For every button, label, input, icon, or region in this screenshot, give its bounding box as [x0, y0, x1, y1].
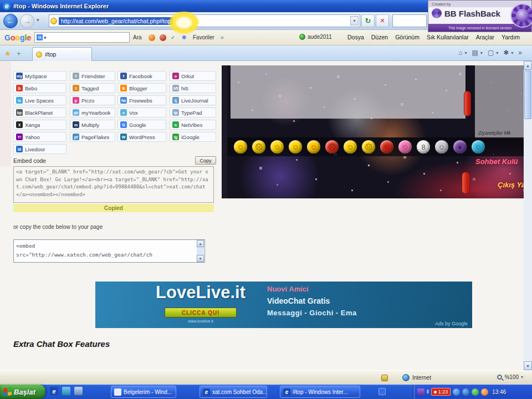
home-dropdown-icon[interactable]: ▾ — [465, 50, 467, 55]
embed-code-textarea[interactable]: <a target="_BLANK" href="http://xat.com/… — [13, 166, 214, 203]
scrollbar-down-icon[interactable]: ▼ — [524, 361, 532, 370]
zoom-control[interactable]: %100 ▾ — [497, 374, 523, 380]
smiley-icon[interactable]: ☺ — [472, 140, 485, 154]
smiley-icon[interactable]: ☺ — [398, 140, 412, 154]
social-item-myspace[interactable]: myMySpace — [13, 71, 66, 81]
copy-button[interactable]: Copy — [195, 156, 216, 165]
stop-button[interactable]: ✕ — [376, 14, 389, 27]
messenger-tray-icon[interactable] — [462, 388, 469, 396]
menu-tools[interactable]: Araçlar — [476, 34, 494, 40]
photos-icon[interactable]: ✽ — [182, 34, 186, 40]
social-item-google[interactable]: GGoogle — [117, 120, 166, 130]
chat-scroll-thumb[interactable] — [464, 91, 471, 116]
social-item-netvibes[interactable]: nNetVibes — [170, 120, 216, 130]
language-indicator-icon[interactable] — [378, 388, 386, 395]
ads-by-google-label[interactable]: Ads by Google — [435, 321, 468, 326]
textarea-scrollbar[interactable]: ▲ ▼ — [197, 240, 204, 262]
spellcheck-icon[interactable]: ✓ — [171, 34, 175, 40]
page-icon[interactable]: ▢ — [488, 49, 494, 57]
taskbar-clock[interactable]: 13:46 — [492, 389, 506, 395]
address-bar[interactable]: http://xat.com/web_gear/chat/chat.php#to… — [49, 14, 360, 27]
update-tray-icon[interactable] — [481, 388, 488, 396]
social-item-livejournal[interactable]: ljLiveJournal — [170, 95, 216, 105]
task-button-1[interactable]: Belgelerim - Wind... — [111, 386, 176, 398]
smiley-icon[interactable]: ☺ — [435, 140, 448, 154]
command-overflow-icon[interactable]: » — [518, 49, 522, 57]
menu-help[interactable]: Yardım — [502, 34, 520, 40]
smiley-icon[interactable]: ☺ — [380, 140, 393, 154]
tab-top[interactable]: #top — [32, 47, 92, 61]
status-tray-icon[interactable] — [472, 388, 479, 396]
home-icon[interactable]: ⌂ — [458, 49, 462, 57]
history-dropdown-icon[interactable]: ▾ — [37, 17, 39, 23]
pagerank-icon[interactable] — [149, 34, 155, 41]
recording-indicator[interactable]: 1:23 — [431, 388, 451, 396]
social-item-tagged[interactable]: tTagged — [70, 83, 115, 93]
menu-file[interactable]: Dosya — [347, 34, 364, 40]
social-item-hi5[interactable]: h5hi5 — [170, 83, 216, 93]
search-input[interactable] — [392, 14, 427, 27]
social-item-pageflakes[interactable]: pfPageFlakes — [70, 132, 115, 142]
task-button-2[interactable]: e xat.com Sohbet Oda... — [200, 386, 267, 398]
tools-icon[interactable]: ✱ — [503, 49, 509, 57]
embed-code-textarea-2[interactable]: <embed src="http://www.xatech.com/web_ge… — [13, 239, 205, 263]
quick-desktop-icon[interactable] — [62, 387, 70, 395]
menu-edit[interactable]: Düzen — [371, 34, 388, 40]
menu-favorites[interactable]: Sık Kullanılanlar — [427, 34, 469, 40]
social-item-yahoo[interactable]: Y!Yahoo — [13, 132, 66, 142]
chat-scroll-thumb-2[interactable] — [462, 172, 470, 194]
scroll-up-icon[interactable]: ▲ — [197, 240, 204, 247]
quick-app-icon[interactable] — [74, 387, 83, 395]
smiley-icon[interactable]: ♦ — [453, 140, 467, 154]
scrollbar-up-icon[interactable]: ▲ — [524, 61, 532, 70]
network-tray-icon[interactable] — [453, 388, 460, 396]
smiley-icon[interactable]: ☹ — [325, 140, 339, 154]
ad-banner[interactable]: LoveLive.it CLICCA QUI www.lovelive.it N… — [95, 282, 472, 328]
task-button-3[interactable]: e #top - Windows Inter... — [280, 386, 360, 398]
social-item-blogger[interactable]: BBlogger — [117, 83, 166, 93]
sitewiki-icon[interactable] — [160, 34, 166, 41]
social-item-friendster[interactable]: fFriendster — [70, 71, 115, 81]
social-item-vox[interactable]: vVox — [117, 108, 166, 117]
address-text-selected[interactable]: http://xat.com/web_gear/chat/chat.php#to… — [59, 17, 173, 25]
smiley-icon[interactable]: ☺ — [270, 140, 284, 154]
address-dropdown-icon[interactable]: ▾ — [350, 16, 359, 25]
google-search-button[interactable]: Ara — [133, 34, 142, 40]
print-icon[interactable]: ▤ — [472, 49, 478, 57]
quick-ie-icon[interactable]: e — [50, 387, 58, 395]
social-item-myyearbook[interactable]: ybmyYearbook — [70, 108, 115, 117]
social-item-livedoor[interactable]: ldLivedoor — [13, 144, 66, 154]
favorites-menu[interactable]: Favoriler — [193, 34, 214, 40]
menu-view[interactable]: Görünüm — [395, 34, 420, 40]
smiley-icon[interactable]: ☺ — [234, 140, 247, 154]
social-item-piczo[interactable]: pPiczo — [70, 95, 115, 105]
social-item-orkut[interactable]: oOrkut — [170, 71, 216, 81]
smiley-icon[interactable]: ☹ — [362, 140, 375, 154]
social-item-wordpress[interactable]: WWordPress — [117, 132, 166, 142]
tools-dropdown-icon[interactable]: ▾ — [511, 50, 513, 55]
google-search-dropdown-icon[interactable]: ▾ — [44, 35, 47, 40]
smiley-icon[interactable]: 8 — [417, 140, 430, 154]
back-button[interactable]: ← — [3, 14, 18, 28]
ad-brand[interactable]: LoveLive.it — [117, 283, 284, 303]
page-dropdown-icon[interactable]: ▾ — [496, 50, 498, 55]
social-item-facebook[interactable]: fFacebook — [117, 71, 166, 81]
smiley-icon[interactable]: ☺ — [307, 140, 320, 154]
social-item-igoogle[interactable]: igiGoogle — [170, 132, 216, 142]
bb-flashback-tray-icon[interactable] — [417, 388, 424, 396]
smiley-icon[interactable]: ☺ — [289, 140, 302, 154]
ad-cta-button[interactable]: CLICCA QUI — [165, 308, 237, 318]
google-search-input[interactable]: G ▾ — [34, 32, 130, 43]
social-item-xanga[interactable]: XXanga — [13, 120, 66, 130]
refresh-button[interactable]: ↻ — [361, 14, 375, 27]
pause-icon[interactable]: ‖ — [427, 389, 429, 395]
scroll-down-icon[interactable]: ▼ — [197, 255, 204, 262]
smiley-icon[interactable]: ☹ — [252, 140, 265, 154]
start-button[interactable]: Başlat — [0, 385, 45, 399]
add-favorite-icon[interactable]: + — [17, 49, 21, 58]
print-dropdown-icon[interactable]: ▾ — [480, 50, 483, 55]
zoom-dropdown-icon[interactable]: ▾ — [521, 375, 523, 380]
social-item-blackplanet[interactable]: bpBlackPlanet — [13, 108, 66, 117]
social-item-bebo[interactable]: bBebo — [13, 83, 66, 93]
scrollbar-thumb[interactable] — [524, 70, 531, 119]
